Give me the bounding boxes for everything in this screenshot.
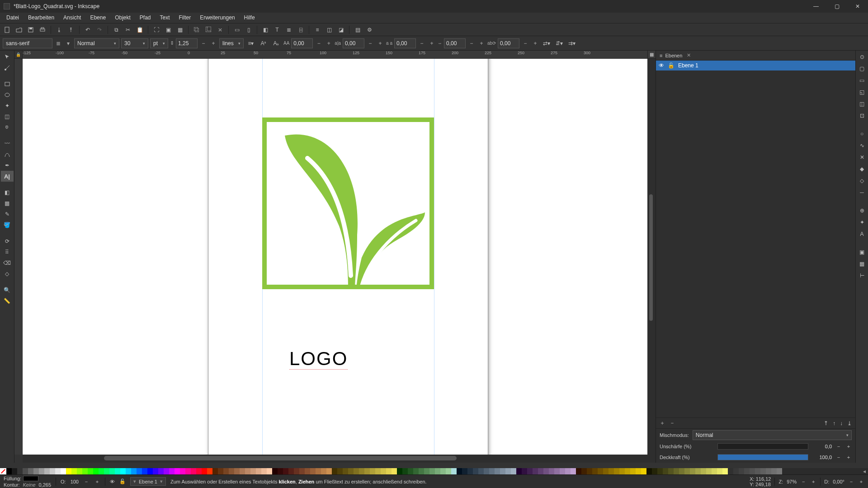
mesh-tool[interactable]: ▦: [1, 198, 14, 209]
palette-menu-button[interactable]: ◂: [861, 468, 868, 474]
palette-swatch[interactable]: [706, 468, 712, 474]
menu-ebene[interactable]: Ebene: [85, 13, 110, 23]
snap-object-center[interactable]: ⊕: [857, 205, 868, 216]
palette-swatch[interactable]: [39, 468, 44, 474]
font-family-menu-button[interactable]: ≣: [54, 38, 62, 48]
palette-swatch[interactable]: [511, 468, 516, 474]
palette-swatch[interactable]: [598, 468, 603, 474]
palette-swatch[interactable]: [71, 468, 77, 474]
trace-dialog-button[interactable]: ◪: [335, 24, 346, 35]
ellipse-tool[interactable]: [1, 89, 14, 100]
group-button[interactable]: ▭: [231, 24, 242, 35]
palette-swatch[interactable]: [82, 468, 88, 474]
pencil-tool[interactable]: 〰: [1, 138, 14, 149]
palette-swatch[interactable]: [283, 468, 288, 474]
palette-swatch[interactable]: [484, 468, 489, 474]
palette-swatch[interactable]: [609, 468, 614, 474]
menu-pfad[interactable]: Pfad: [135, 13, 156, 23]
add-layer-button[interactable]: ＋: [660, 419, 665, 427]
dropper-tool[interactable]: ✎: [1, 209, 14, 220]
palette-swatch[interactable]: [245, 468, 250, 474]
status-opacity-dec[interactable]: −: [83, 479, 90, 484]
palette-swatch[interactable]: [23, 468, 28, 474]
print-button[interactable]: [37, 24, 48, 35]
palette-swatch[interactable]: [17, 468, 23, 474]
writing-mode-button[interactable]: ⇄▾: [541, 38, 552, 49]
rotation-value[interactable]: 0,00°: [833, 479, 844, 484]
paste-button[interactable]: 📋: [134, 24, 145, 35]
palette-swatch[interactable]: [625, 468, 630, 474]
palette-swatch[interactable]: [419, 468, 424, 474]
palette-swatch[interactable]: [766, 468, 771, 474]
palette-swatch[interactable]: [581, 468, 587, 474]
palette-swatch[interactable]: [147, 468, 153, 474]
line-height-dec[interactable]: −: [199, 38, 208, 48]
fill-stroke-button[interactable]: ◧: [260, 24, 271, 35]
snap-edge[interactable]: ▭: [857, 75, 868, 86]
letter-spacing-inc[interactable]: +: [376, 38, 384, 48]
palette-swatch[interactable]: [440, 468, 446, 474]
palette-swatch[interactable]: [516, 468, 522, 474]
clone-button[interactable]: ⿺: [203, 24, 214, 35]
rotation-dec[interactable]: −: [521, 38, 529, 48]
snap-path[interactable]: ∿: [857, 140, 868, 151]
snap-cusp[interactable]: ◆: [857, 164, 868, 174]
palette-swatch[interactable]: [364, 468, 370, 474]
text-tool[interactable]: A|: [1, 171, 14, 182]
palette-swatch[interactable]: [229, 468, 234, 474]
lock-toggle-icon[interactable]: 🔓: [119, 479, 126, 484]
palette-swatch[interactable]: [522, 468, 527, 474]
palette-swatch[interactable]: [576, 468, 581, 474]
palette-swatch[interactable]: [218, 468, 223, 474]
palette-swatch[interactable]: [240, 468, 245, 474]
snap-page[interactable]: ▣: [857, 247, 868, 258]
text-dialog-button[interactable]: T: [272, 24, 283, 35]
palette-swatch[interactable]: [354, 468, 359, 474]
palette-swatch[interactable]: [212, 468, 218, 474]
layer-visibility-icon[interactable]: 👁: [659, 62, 664, 69]
font-family-dropdown[interactable]: ▾: [64, 38, 72, 48]
palette-swatch[interactable]: [587, 468, 592, 474]
export-button[interactable]: ⭱: [66, 24, 76, 35]
transform-dialog-button[interactable]: ◫: [324, 24, 335, 35]
calligraphy-tool[interactable]: ✒: [1, 160, 14, 171]
palette-swatch[interactable]: [33, 468, 39, 474]
blur-inc[interactable]: +: [845, 444, 852, 449]
palette-swatch[interactable]: [636, 468, 641, 474]
palette-swatch[interactable]: [500, 468, 505, 474]
unlink-button[interactable]: ⤫: [215, 24, 226, 35]
palette-swatch[interactable]: [543, 468, 549, 474]
palette-swatch[interactable]: [142, 468, 147, 474]
palette-swatch[interactable]: [180, 468, 185, 474]
palette-swatch[interactable]: [554, 468, 560, 474]
blend-mode-combo[interactable]: Normal▾: [693, 430, 852, 440]
palette-swatch[interactable]: [381, 468, 386, 474]
palette-swatch[interactable]: [126, 468, 131, 474]
palette-swatch[interactable]: [739, 468, 744, 474]
ungroup-button[interactable]: ▯: [243, 24, 254, 35]
palette-swatch[interactable]: [760, 468, 766, 474]
remove-layer-button[interactable]: －: [670, 419, 675, 427]
palette-swatch[interactable]: [413, 468, 419, 474]
word-spacing-dec[interactable]: −: [418, 38, 426, 48]
palette-swatch[interactable]: [28, 468, 33, 474]
letter-spacing-input[interactable]: 0,00: [343, 38, 364, 48]
align-dialog-button[interactable]: ≡: [312, 24, 323, 35]
opacity-slider[interactable]: [717, 454, 808, 460]
duplicate-button[interactable]: ⿻: [191, 24, 202, 35]
guide-line[interactable]: [434, 59, 434, 455]
minimize-button[interactable]: —: [806, 0, 826, 13]
palette-swatch[interactable]: [560, 468, 565, 474]
lower-bottom-button[interactable]: ⤓: [847, 420, 852, 427]
palette-swatch[interactable]: [109, 468, 115, 474]
current-layer-combo[interactable]: ▾Ebene 1▾: [130, 477, 166, 486]
hamburger-icon[interactable]: ≡: [660, 53, 662, 58]
palette-swatch[interactable]: [196, 468, 202, 474]
menu-filter[interactable]: Filter: [175, 13, 196, 23]
menu-objekt[interactable]: Objekt: [110, 13, 135, 23]
paint-bucket-tool[interactable]: 🪣: [1, 220, 14, 230]
tweak-tool[interactable]: ⟳: [1, 236, 14, 247]
palette-swatch[interactable]: [153, 468, 158, 474]
palette-swatch[interactable]: [12, 468, 17, 474]
snap-smooth[interactable]: ◇: [857, 175, 868, 186]
